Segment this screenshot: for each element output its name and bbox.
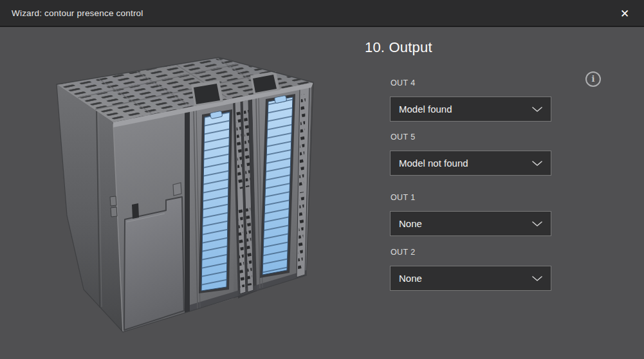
- out-4-dropdown[interactable]: Model found: [390, 97, 551, 122]
- chevron-down-icon: [532, 276, 542, 282]
- info-icon: i: [592, 75, 595, 83]
- field-out-5: OUT 5 Model not found: [390, 132, 551, 176]
- field-out-1: OUT 1 None: [390, 192, 551, 236]
- out-1-dropdown[interactable]: None: [390, 211, 551, 236]
- info-button[interactable]: i: [585, 71, 601, 87]
- chevron-down-icon: [532, 161, 542, 167]
- field-out-4: OUT 4 Model found: [390, 78, 551, 122]
- chevron-down-icon: [532, 107, 542, 113]
- close-button[interactable]: ✕: [613, 2, 636, 25]
- window-title: Wizard: contour presence control: [12, 8, 143, 18]
- close-icon: ✕: [620, 7, 629, 21]
- out-5-value: Model not found: [399, 158, 468, 169]
- title-bar: Wizard: contour presence control ✕: [0, 0, 644, 27]
- out-4-label: OUT 4: [391, 78, 551, 89]
- output-panel: 10. Output i OUT 4 Model found OUT 5 Mod…: [0, 0, 644, 359]
- out-4-value: Model found: [399, 104, 452, 115]
- out-1-label: OUT 1: [391, 192, 551, 203]
- out-2-value: None: [399, 273, 422, 284]
- out-5-dropdown[interactable]: Model not found: [390, 151, 551, 176]
- out-2-label: OUT 2: [391, 247, 551, 258]
- chevron-down-icon: [532, 221, 542, 227]
- wizard-window: Wizard: contour presence control ✕: [0, 0, 644, 359]
- field-out-2: OUT 2 None: [390, 247, 551, 291]
- out-2-dropdown[interactable]: None: [390, 266, 551, 291]
- out-5-label: OUT 5: [391, 132, 551, 143]
- step-heading: 10. Output: [365, 39, 432, 56]
- out-1-value: None: [399, 218, 422, 229]
